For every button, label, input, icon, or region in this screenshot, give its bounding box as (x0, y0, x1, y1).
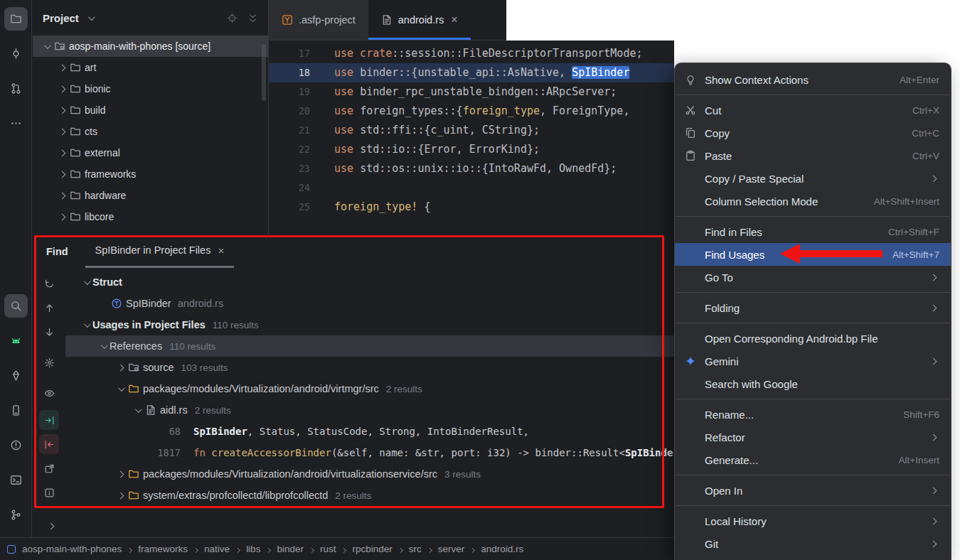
breadcrumb-item-server[interactable]: server (438, 544, 465, 554)
editor-line-17[interactable]: 17use crate::session::FileDescriptorTran… (269, 44, 674, 63)
chevron-right-icon[interactable] (114, 472, 127, 477)
menu-item-rename[interactable]: Rename...Shift+F6 (675, 403, 951, 426)
refresh-button[interactable] (39, 274, 59, 294)
chevron-down-icon[interactable] (114, 387, 127, 392)
close-icon[interactable]: × (218, 244, 224, 257)
close-icon[interactable]: × (451, 14, 457, 26)
collapsed-row-chevron[interactable] (48, 519, 53, 532)
editor-line-24[interactable]: 24 (269, 178, 674, 198)
editor-line-18[interactable]: 18use binder::{unstable_api::AsNative, S… (269, 63, 674, 82)
menu-item-column-selection-mode[interactable]: Column Selection ModeAlt+Shift+Insert (675, 190, 951, 212)
chevron-down-icon[interactable] (85, 16, 97, 21)
project-tree-item-bionic[interactable]: bionic (33, 78, 268, 99)
preview-button[interactable] (39, 383, 59, 403)
autoscroll-to-source-button[interactable] (39, 410, 59, 430)
chevron-right-icon[interactable] (55, 172, 68, 177)
find-tree-item-packages-modules-virtualization-android-virtmgr-src[interactable]: packages/modules/Virtualization/android/… (65, 378, 674, 399)
chevron-right-icon[interactable] (55, 151, 68, 156)
breadcrumb-item-aosp-main-with-phones[interactable]: aosp-main-with-phones (22, 544, 122, 554)
menu-item-folding[interactable]: Folding (675, 296, 951, 319)
menu-item-copy-paste-special[interactable]: Copy / Paste Special (675, 167, 951, 190)
menu-item-refactor[interactable]: Refactor (675, 426, 951, 448)
breadcrumb-item-android-rs[interactable]: android.rs (481, 544, 523, 554)
breadcrumb-item-rpcbinder[interactable]: rpcbinder (352, 544, 392, 554)
terminal-tool-button[interactable] (4, 468, 28, 492)
find-results-tab[interactable]: SpIBinder in Project Files × (85, 235, 235, 268)
chevron-right-icon[interactable] (55, 87, 68, 92)
problems-tool-button[interactable] (4, 434, 28, 457)
menu-item-copy[interactable]: CopyCtrl+C (675, 122, 951, 144)
project-tree-item-frameworks[interactable]: frameworks (33, 163, 268, 185)
chevron-right-icon[interactable] (114, 365, 127, 370)
project-tree-item-libcore[interactable]: libcore (33, 206, 268, 227)
menu-item-generate[interactable]: Generate...Alt+Insert (675, 448, 951, 471)
logcat-tool-button[interactable] (4, 329, 28, 352)
navigate-up-button[interactable] (39, 298, 59, 318)
find-tree-item-system-extras-profcollectd-libprofcollectd[interactable]: system/extras/profcollectd/libprofcollec… (65, 485, 674, 506)
find-tree-item-usages-in-project-files[interactable]: Usages in Project Files110 results (65, 314, 674, 335)
project-tree-item-build[interactable]: build (33, 99, 268, 121)
find-match-row-line-68[interactable]: 68SpIBinder, Status, StatusCode, Strong,… (65, 421, 674, 442)
chevron-right-icon[interactable] (55, 129, 68, 134)
menu-item-gemini[interactable]: Gemini (675, 350, 951, 372)
chevron-right-icon[interactable] (55, 193, 68, 198)
menu-item-local-history[interactable]: Local History (675, 510, 951, 532)
device-manager-tool-button[interactable] (4, 399, 28, 422)
menu-item-open-corresponding-android-bp-file[interactable]: Open Corresponding Android.bp File (675, 327, 951, 350)
project-tree-item-aosp-main-with-phones-source[interactable]: aosp-main-with-phones [source] (33, 36, 268, 57)
editor-line-23[interactable]: 23use std::os::unix::io::{IntoRawFd, Own… (269, 159, 674, 178)
find-tree-item-aidl-rs[interactable]: aidl.rs2 results (65, 399, 674, 421)
menu-item-search-with-google[interactable]: Search with Google (675, 372, 951, 395)
find-tree-item-references[interactable]: References110 results (65, 335, 674, 357)
chevron-down-icon[interactable] (40, 44, 53, 49)
editor-tab-android-rs[interactable]: android.rs× (368, 0, 471, 40)
settings-button[interactable] (39, 352, 59, 372)
menu-item-paste[interactable]: PasteCtrl+V (675, 144, 951, 167)
git-tool-button[interactable] (4, 503, 28, 527)
find-match-row-line-1817[interactable]: 1817fn createAccessorBinder(&self, name:… (65, 442, 674, 463)
project-dropdown[interactable]: Project (43, 12, 79, 24)
app-quality-insights-tool-button[interactable] (4, 364, 28, 387)
navigate-down-button[interactable] (39, 322, 59, 342)
chevron-down-icon[interactable] (80, 280, 92, 285)
chevron-right-icon[interactable] (55, 215, 68, 220)
open-in-editor-button[interactable] (39, 458, 59, 478)
editor-line-22[interactable]: 22use std::io::{Error, ErrorKind}; (269, 140, 674, 159)
menu-item-git[interactable]: Git (675, 532, 951, 555)
chevron-right-icon[interactable] (55, 108, 68, 113)
find-tree-item-source[interactable]: source103 results (65, 357, 674, 378)
menu-item-find-in-files[interactable]: Find in FilesCtrl+Shift+F (675, 220, 951, 243)
breadcrumb-item-native[interactable]: native (204, 544, 230, 554)
find-tree-item-struct[interactable]: Struct (65, 271, 674, 293)
editor-line-21[interactable]: 21use std::ffi::{c_uint, CString}; (269, 121, 674, 140)
breadcrumb-item-src[interactable]: src (409, 544, 422, 554)
editor-line-20[interactable]: 20use foreign_types::{foreign_type, Fore… (269, 102, 674, 121)
menu-item-open-in[interactable]: Open In (675, 479, 951, 502)
find-tree-item-packages-modules-virtualization-android-virtualizationservice-src[interactable]: packages/modules/Virtualization/android/… (65, 463, 674, 485)
chevron-down-icon[interactable] (97, 344, 110, 349)
chevron-right-icon[interactable] (114, 493, 127, 498)
pull-requests-tool-button[interactable] (4, 77, 28, 100)
project-tree-item-hardware[interactable]: hardware (33, 185, 268, 206)
menu-item-cut[interactable]: CutCtrl+X (675, 99, 951, 122)
info-button[interactable] (39, 483, 59, 502)
commit-tool-button[interactable] (4, 42, 28, 65)
editor-tab-asfp-project[interactable]: .asfp-project (269, 0, 368, 40)
breadcrumb-item-libs[interactable]: libs (246, 544, 260, 554)
editor-line-19[interactable]: 19use binder_rpc_unstable_bindgen::ARpcS… (269, 82, 674, 102)
chevron-right-icon[interactable] (55, 65, 68, 70)
scrollbar[interactable] (262, 44, 266, 101)
chevron-down-icon[interactable] (80, 323, 92, 328)
find-tree-item-spibinder[interactable]: SpIBinderandroid.rs (65, 293, 674, 314)
more-tool-button[interactable] (4, 112, 28, 135)
collapse-all-icon[interactable] (247, 13, 258, 23)
project-tree-item-cts[interactable]: cts (33, 121, 268, 142)
code-editor[interactable]: 17use crate::session::FileDescriptorTran… (269, 41, 674, 235)
editor-line-25[interactable]: 25foreign_type! { (269, 198, 674, 217)
breadcrumb-item-frameworks[interactable]: frameworks (138, 544, 188, 554)
breadcrumb-item-binder[interactable]: binder (277, 544, 304, 554)
project-tool-button[interactable] (4, 7, 28, 31)
project-tree-item-external[interactable]: external (33, 142, 268, 163)
breadcrumb-item-rust[interactable]: rust (320, 544, 336, 554)
find-tool-button[interactable] (4, 294, 28, 318)
